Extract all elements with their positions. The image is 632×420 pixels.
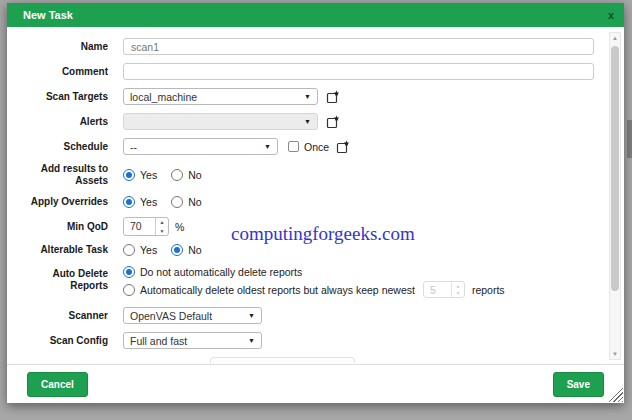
dialog-scrollbar[interactable]: ▲ ▼ [609,32,621,360]
once-checkbox[interactable] [288,141,299,152]
auto-delete-delete-label: Automatically delete oldest reports but … [140,284,415,296]
min-qod-label: Min QoD [13,221,108,233]
apply-overrides-row: Apply Overrides Yes No [13,196,594,208]
scan-config-select[interactable]: Full and fast ▼ [123,332,262,349]
save-button[interactable]: Save [553,372,604,397]
auto-delete-delete-option: Automatically delete oldest reports but … [123,281,513,298]
add-results-yes-radio[interactable] [123,169,135,181]
new-task-dialog: New Task x Name Comment Scan Targets loc… [7,3,624,403]
chevron-down-icon: ▼ [264,143,271,150]
keep-newest-stepper[interactable]: 5 ▲ ▼ [423,281,465,298]
apply-overrides-yes-radio[interactable] [123,196,135,208]
schedule-value: -- [130,141,137,153]
name-label: Name [13,41,108,53]
min-qod-unit: % [175,221,184,233]
clipped-next-field [210,357,355,363]
scanner-row: Scanner OpenVAS Default ▼ [13,307,594,324]
scan-targets-value: local_machine [130,91,197,103]
scanner-select[interactable]: OpenVAS Default ▼ [123,307,262,324]
add-results-label: Add results to Assets [13,163,108,187]
chevron-down-icon: ▼ [248,337,255,344]
scroll-up-icon[interactable]: ▲ [610,35,620,41]
schedule-select[interactable]: -- ▼ [123,138,278,155]
comment-input[interactable] [123,63,594,80]
min-qod-value: 70 [124,218,155,235]
alterable-yes-label: Yes [140,244,157,256]
spin-up-icon[interactable]: ▲ [452,282,464,290]
alterable-no-label: No [188,244,201,256]
auto-delete-row: Auto Delete Reports Do not automatically… [13,266,594,298]
alterable-yes-radio[interactable] [123,244,135,256]
scroll-down-icon[interactable]: ▼ [610,351,620,357]
comment-label: Comment [13,66,108,78]
scan-targets-select[interactable]: local_machine ▼ [123,88,318,105]
scan-targets-row: Scan Targets local_machine ▼ [13,88,594,105]
scan-config-row: Scan Config Full and fast ▼ [13,332,594,349]
dialog-title: New Task [23,9,73,21]
close-icon[interactable]: x [608,10,614,21]
alterable-no-radio[interactable] [171,244,183,256]
resize-handle[interactable] [608,387,623,402]
alterable-row: Alterable Task Yes No [13,244,594,256]
add-results-yes-label: Yes [140,169,157,181]
auto-delete-keep-radio[interactable] [123,266,135,278]
once-label: Once [304,141,329,153]
auto-delete-keep-label: Do not automatically delete reports [140,266,302,278]
alerts-label: Alerts [13,116,108,128]
auto-delete-keep-option: Do not automatically delete reports [123,266,513,278]
apply-overrides-label: Apply Overrides [13,196,108,208]
apply-overrides-yes-label: Yes [140,196,157,208]
spin-up-icon[interactable]: ▲ [156,218,168,227]
scrollbar-thumb[interactable] [611,46,619,291]
scanner-value: OpenVAS Default [130,310,212,322]
cancel-button[interactable]: Cancel [27,372,88,397]
new-target-icon[interactable] [326,90,340,104]
add-results-no-radio[interactable] [171,169,183,181]
auto-delete-delete-radio[interactable] [123,284,135,296]
add-results-row: Add results to Assets Yes No [13,163,594,187]
chevron-down-icon: ▼ [304,118,311,125]
auto-delete-suffix-label: reports [472,284,505,296]
auto-delete-label: Auto Delete Reports [13,266,108,292]
spin-down-icon[interactable]: ▼ [156,227,168,236]
new-schedule-icon[interactable] [336,140,350,154]
alerts-select[interactable]: ▼ [123,113,318,130]
keep-newest-value: 5 [424,282,451,297]
scanner-label: Scanner [13,310,108,322]
scan-config-label: Scan Config [13,335,108,347]
apply-overrides-no-label: No [188,196,201,208]
dialog-titlebar: New Task x [7,3,624,27]
schedule-row: Schedule -- ▼ Once [13,138,594,155]
scan-config-value: Full and fast [130,335,187,347]
spin-down-icon[interactable]: ▼ [452,290,464,298]
browser-scrollbar-thumb[interactable] [627,120,632,158]
name-input[interactable] [123,38,594,55]
alerts-row: Alerts ▼ [13,113,594,130]
name-row: Name [13,38,594,55]
schedule-label: Schedule [13,141,108,153]
add-results-no-label: No [188,169,201,181]
alterable-label: Alterable Task [13,244,108,256]
new-alert-icon[interactable] [326,115,340,129]
chevron-down-icon: ▼ [304,93,311,100]
scan-targets-label: Scan Targets [13,91,108,103]
comment-row: Comment [13,63,594,80]
dialog-content: Name Comment Scan Targets local_machine … [7,27,624,364]
min-qod-row: Min QoD 70 ▲ ▼ % [13,217,594,236]
apply-overrides-no-radio[interactable] [171,196,183,208]
chevron-down-icon: ▼ [248,312,255,319]
dialog-footer: Cancel Save [7,364,624,403]
min-qod-stepper[interactable]: 70 ▲ ▼ [123,217,169,236]
